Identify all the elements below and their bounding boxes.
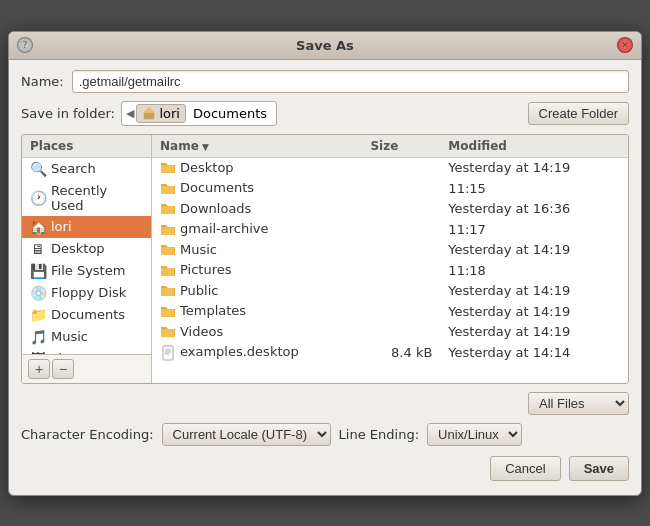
folder-label: Save in folder: bbox=[21, 106, 115, 121]
save-button[interactable]: Save bbox=[569, 456, 629, 481]
sidebar-item-lori[interactable]: 🏠lori bbox=[22, 216, 151, 238]
table-row[interactable]: Videos Yesterday at 14:19 bbox=[152, 322, 628, 343]
action-row: Cancel Save bbox=[21, 456, 629, 485]
sidebar-item-desktop[interactable]: 🖥Desktop bbox=[22, 238, 151, 260]
add-place-button[interactable]: + bbox=[28, 359, 50, 379]
help-button[interactable]: ? bbox=[17, 37, 33, 53]
window-controls: ? bbox=[17, 37, 33, 53]
col-size-header[interactable]: Size bbox=[362, 135, 440, 158]
sidebar-item-file-system[interactable]: 💾File System bbox=[22, 260, 151, 282]
search-icon: 🔍 bbox=[30, 161, 46, 177]
table-row[interactable]: Downloads Yesterday at 16:36 bbox=[152, 199, 628, 220]
breadcrumb-lori[interactable]: lori bbox=[136, 104, 186, 123]
line-ending-label: Line Ending: bbox=[339, 427, 419, 442]
folder-row: Save in folder: ◀ lori Documents Create … bbox=[21, 101, 629, 126]
dialog-title: Save As bbox=[33, 38, 617, 53]
encoding-label: Character Encoding: bbox=[21, 427, 154, 442]
breadcrumb-back-arrow[interactable]: ◀ bbox=[126, 107, 134, 120]
documents-icon: 📁 bbox=[30, 307, 46, 323]
name-label: Name: bbox=[21, 74, 64, 89]
close-button[interactable]: ✕ bbox=[617, 37, 633, 53]
svg-marker-1 bbox=[143, 107, 155, 113]
desktop-icon: 🖥 bbox=[30, 241, 46, 257]
files-pane: Name Size Modified Desktop Yesterday at … bbox=[152, 135, 628, 383]
name-input[interactable] bbox=[72, 70, 629, 93]
close-controls: ✕ bbox=[617, 37, 633, 53]
encoding-row: Character Encoding: Current Locale (UTF-… bbox=[21, 423, 629, 446]
sidebar-item-floppy-disk[interactable]: 💿Floppy Disk bbox=[22, 282, 151, 304]
breadcrumb-nav: ◀ lori Documents bbox=[121, 101, 277, 126]
places-pane: Places 🔍Search🕐Recently Used🏠lori🖥Deskto… bbox=[22, 135, 152, 383]
remove-place-button[interactable]: − bbox=[52, 359, 74, 379]
svg-rect-0 bbox=[144, 112, 155, 119]
line-ending-select[interactable]: Unix/Linux bbox=[427, 423, 522, 446]
table-row[interactable]: Templates Yesterday at 14:19 bbox=[152, 301, 628, 322]
filter-row: All FilesText FilesHTML Files bbox=[21, 392, 629, 415]
svg-rect-2 bbox=[163, 346, 173, 360]
floppy-disk-icon: 💿 bbox=[30, 285, 46, 301]
cancel-button[interactable]: Cancel bbox=[490, 456, 560, 481]
col-modified-header[interactable]: Modified bbox=[440, 135, 628, 158]
table-row[interactable]: Pictures 11:18 bbox=[152, 260, 628, 281]
lori-icon: 🏠 bbox=[30, 219, 46, 235]
table-row[interactable]: Documents 11:15 bbox=[152, 178, 628, 199]
sidebar-item-search[interactable]: 🔍Search bbox=[22, 158, 151, 180]
table-row[interactable]: examples.desktop 8.4 kB Yesterday at 14:… bbox=[152, 342, 628, 363]
create-folder-button[interactable]: Create Folder bbox=[528, 102, 629, 125]
dialog-body: Name: Save in folder: ◀ lori Documents bbox=[9, 60, 641, 495]
places-header: Places bbox=[22, 135, 151, 158]
breadcrumb-documents[interactable]: Documents bbox=[188, 105, 272, 122]
table-row[interactable]: Public Yesterday at 14:19 bbox=[152, 281, 628, 302]
places-list: Places 🔍Search🕐Recently Used🏠lori🖥Deskto… bbox=[22, 135, 151, 354]
sidebar-item-documents[interactable]: 📁Documents bbox=[22, 304, 151, 326]
lori-home-icon bbox=[142, 106, 156, 120]
save-as-dialog: ? Save As ✕ Name: Save in folder: ◀ lo bbox=[8, 31, 642, 496]
files-table: Name Size Modified Desktop Yesterday at … bbox=[152, 135, 628, 363]
table-row[interactable]: Desktop Yesterday at 14:19 bbox=[152, 157, 628, 178]
places-footer: + − bbox=[22, 354, 151, 383]
sidebar-item-recently-used[interactable]: 🕐Recently Used bbox=[22, 180, 151, 216]
sidebar-item-music[interactable]: 🎵Music bbox=[22, 326, 151, 348]
music-icon: 🎵 bbox=[30, 329, 46, 345]
table-row[interactable]: gmail-archive 11:17 bbox=[152, 219, 628, 240]
file-system-icon: 💾 bbox=[30, 263, 46, 279]
col-name-header[interactable]: Name bbox=[152, 135, 362, 158]
encoding-select[interactable]: Current Locale (UTF-8) bbox=[162, 423, 331, 446]
table-row[interactable]: Music Yesterday at 14:19 bbox=[152, 240, 628, 261]
titlebar: ? Save As ✕ bbox=[9, 32, 641, 60]
file-browser-pane: Places 🔍Search🕐Recently Used🏠lori🖥Deskto… bbox=[21, 134, 629, 384]
file-filter-select[interactable]: All FilesText FilesHTML Files bbox=[528, 392, 629, 415]
recently-used-icon: 🕐 bbox=[30, 190, 46, 206]
name-row: Name: bbox=[21, 70, 629, 93]
